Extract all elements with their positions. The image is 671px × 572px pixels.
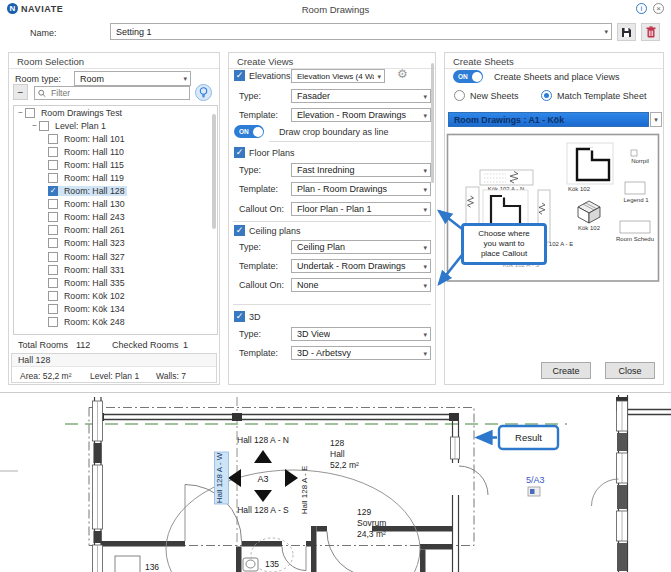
tree-item-label: Room: Kök 102 — [62, 291, 127, 301]
ceiling-plans-type-select[interactable]: Ceiling Plan ▾ — [291, 240, 431, 254]
setting-select-value: Setting 1 — [116, 27, 152, 37]
checkbox[interactable] — [48, 225, 58, 235]
elevation-marker[interactable]: A3 Hall 128 A - N Hall 128 A - S Hall 12… — [215, 435, 310, 515]
3d-checkbox[interactable]: ✓ — [234, 311, 245, 322]
template-sheet-dropdown-button[interactable]: ▾ — [650, 112, 662, 127]
room-tag-135-number[interactable]: 135 — [265, 559, 279, 569]
crop-boundary-toggle[interactable]: ON — [234, 125, 264, 138]
tree-item-project[interactable]: − Room Drawings Test — [14, 106, 217, 119]
checkbox[interactable] — [48, 304, 58, 314]
floor-plan-canvas[interactable]: A3 Hall 128 A - N Hall 128 A - S Hall 12… — [0, 392, 671, 572]
ceiling-plans-callout-label: Callout On: — [239, 280, 284, 290]
checkbox[interactable] — [48, 134, 58, 144]
checkbox[interactable] — [48, 317, 58, 327]
checkbox[interactable] — [48, 212, 58, 222]
checkbox[interactable] — [48, 265, 58, 275]
setting-select[interactable]: Setting 1 ▾ — [110, 23, 612, 40]
elevation-arrow-east[interactable] — [285, 469, 298, 487]
checkbox[interactable] — [48, 199, 58, 209]
tree-item-room[interactable]: Room: Hall 110 — [14, 145, 217, 158]
tree-item-room[interactable]: Room: Hall 243 — [14, 211, 217, 224]
collapse-icon[interactable]: − — [16, 108, 25, 117]
save-setting-button[interactable] — [617, 23, 636, 41]
checkbox[interactable] — [48, 252, 58, 262]
room-tag-128-number[interactable]: 128 — [330, 438, 344, 448]
info-icon[interactable]: i — [636, 3, 647, 14]
tree-item-room[interactable]: Room: Kök 248 — [14, 316, 217, 329]
elevations-template-select[interactable]: Elevation - Room Drawings ▾ — [291, 108, 431, 122]
elevation-label-east: Hall 128 A - E — [300, 466, 309, 514]
highlight-room-button[interactable] — [195, 84, 212, 101]
checkbox-checked[interactable]: ✓ — [48, 186, 58, 196]
checkbox[interactable] — [48, 238, 58, 248]
match-template-radio[interactable] — [541, 90, 552, 101]
tree-item-label: Room: Kök 248 — [62, 317, 127, 327]
preview-iso-label: Kök 102 — [578, 225, 601, 231]
tree-item-room[interactable]: Room: Hall 327 — [14, 250, 217, 263]
room-tag-129-number[interactable]: 129 — [357, 507, 371, 517]
tree-item-room[interactable]: Room: Kök 102 — [14, 289, 217, 302]
ceiling-plans-callout-select[interactable]: None ▾ — [291, 278, 431, 292]
checkbox[interactable] — [39, 121, 49, 131]
tree-item-room[interactable]: Room: Hall 101 — [14, 132, 217, 145]
elevation-arrow-west[interactable] — [228, 469, 241, 487]
panel-scrollbar[interactable] — [431, 63, 434, 183]
delete-setting-button[interactable] — [641, 23, 660, 41]
new-sheets-radio[interactable] — [454, 90, 465, 101]
elevation-arrow-north[interactable] — [254, 450, 272, 463]
checkbox[interactable] — [25, 108, 35, 118]
elevation-arrow-south[interactable] — [254, 490, 272, 502]
collapse-icon[interactable]: − — [30, 121, 39, 130]
create-button[interactable]: Create — [541, 362, 591, 379]
tree-item-label: Room: Hall 101 — [62, 134, 127, 144]
3d-type-select[interactable]: 3D View ▾ — [291, 327, 431, 341]
ceiling-plans-checkbox[interactable]: ✓ — [234, 225, 245, 236]
floor-plans-callout-select[interactable]: Floor Plan - Plan 1 ▾ — [291, 202, 431, 216]
room-tag-128-name: Hall — [330, 449, 345, 459]
tree-item-room[interactable]: Room: Hall 261 — [14, 224, 217, 237]
checkbox[interactable] — [48, 147, 58, 157]
tree-item-room[interactable]: Room: Hall 323 — [14, 237, 217, 250]
close-button[interactable]: Close — [605, 362, 655, 379]
room-type-value: Room — [80, 74, 104, 84]
floor-plans-type-select[interactable]: Fast Inredning ▾ — [291, 163, 431, 177]
tree-item-room[interactable]: Room: Hall 331 — [14, 263, 217, 276]
tree-item-level[interactable]: − Level: Plan 1 — [14, 119, 217, 132]
callout-reference[interactable]: 5/A3 — [526, 475, 545, 496]
tree-item-room[interactable]: Room: Hall 130 — [14, 198, 217, 211]
checkbox[interactable] — [48, 291, 58, 301]
elevations-checkbox[interactable]: ✓ — [234, 70, 245, 81]
chevron-down-icon: ▾ — [654, 116, 658, 123]
elevations-type-select[interactable]: Fasader ▾ — [291, 89, 431, 103]
elevations-mode-select[interactable]: Elevation Views (4 Walls) ▾ — [291, 69, 385, 83]
checkbox[interactable] — [48, 173, 58, 183]
chevron-down-icon: ▾ — [423, 206, 427, 213]
title-bar: N NAVIATE Room Drawings i × — [0, 0, 671, 18]
preview-3d-view: Kök 102 — [578, 201, 601, 231]
tree-item-room[interactable]: Room: Kök 134 — [14, 302, 217, 315]
collapse-all-button[interactable]: − — [13, 84, 28, 100]
tree-item-label: Room: Hall 327 — [62, 252, 127, 262]
gear-icon[interactable]: ⚙ — [397, 67, 408, 81]
ceiling-plans-label: Ceiling plans — [249, 226, 301, 236]
ceiling-plans-template-select[interactable]: Undertak - Room Drawings ▾ — [291, 259, 431, 273]
create-sheets-toggle[interactable]: ON — [453, 70, 483, 83]
tree-item-room[interactable]: Room: Hall 335 — [14, 276, 217, 289]
callout-boundary — [89, 408, 474, 546]
3d-template-select[interactable]: 3D - Arbetsvy ▾ — [291, 346, 431, 360]
room-tag-136-number[interactable]: 136 — [145, 562, 159, 572]
tree-scrollbar[interactable] — [212, 114, 216, 229]
floor-plans-checkbox[interactable]: ✓ — [234, 147, 245, 158]
tree-item-room-selected[interactable]: ✓Room: Hall 128 — [14, 185, 217, 198]
callout-ref-label[interactable]: 5/A3 — [526, 475, 545, 485]
checkbox[interactable] — [48, 278, 58, 288]
template-sheet-select[interactable]: Room Drawings : A1 - Kök — [448, 112, 649, 127]
room-type-select[interactable]: Room ▾ — [74, 71, 191, 86]
tree-item-room[interactable]: Room: Hall 115 — [14, 158, 217, 171]
close-icon[interactable]: × — [653, 3, 664, 14]
checkbox[interactable] — [48, 160, 58, 170]
elevation-label-west[interactable]: Hall 128 A - W — [215, 452, 224, 503]
floor-plans-template-select[interactable]: Plan - Room Drawings ▾ — [291, 182, 431, 196]
filter-input[interactable] — [49, 87, 186, 99]
tree-item-room[interactable]: Room: Hall 119 — [14, 171, 217, 184]
